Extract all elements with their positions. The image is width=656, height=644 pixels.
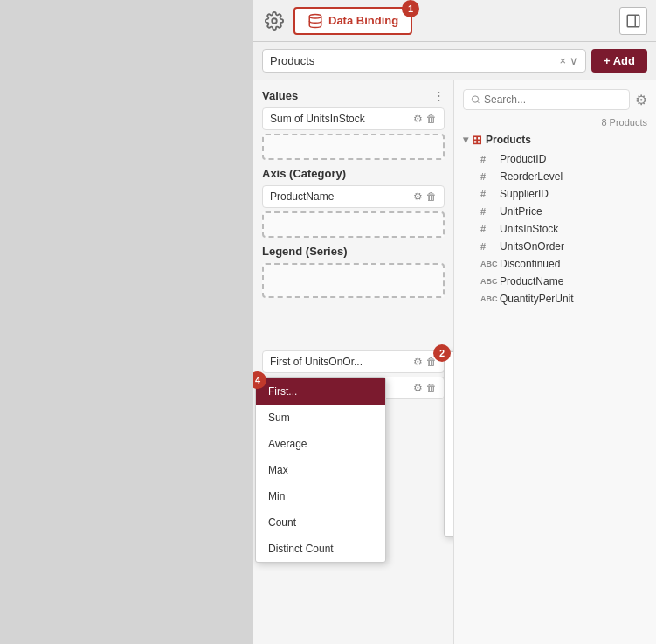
- values-field-label: Sum of UnitsInStock: [270, 113, 365, 125]
- binding-panel: Values ⋮ Sum of UnitsInStock ⚙ 🗑 Axis (C…: [253, 80, 454, 644]
- tree-field-item[interactable]: #UnitsInStock: [463, 220, 647, 238]
- legend-field1-icons: ⚙ 🗑: [413, 356, 437, 368]
- field-type-icon: #: [480, 206, 494, 217]
- tree-field-item[interactable]: #ProductID: [463, 150, 647, 168]
- agg-sum-label: Sum: [268, 412, 290, 424]
- agg-first-label: First...: [268, 385, 297, 398]
- badge-2: 2: [433, 344, 451, 362]
- tree-field-item[interactable]: #SupplierID: [463, 185, 647, 203]
- field-name: QuantityPerUnit: [500, 293, 574, 305]
- context-menu-data-format[interactable]: Data Format...: [445, 378, 454, 405]
- field-name: UnitsOnOrder: [500, 240, 564, 253]
- agg-item-count[interactable]: Count: [256, 509, 385, 536]
- dataset-name: Products: [270, 54, 314, 67]
- field-name: Discontinued: [500, 258, 560, 270]
- settings-icon[interactable]: [262, 9, 287, 33]
- values-title: Values: [262, 89, 298, 102]
- context-menu-filter[interactable]: Filter...: [445, 431, 454, 457]
- tree-field-item[interactable]: #ReorderLevel: [463, 168, 647, 185]
- agg-max-label: Max: [268, 464, 288, 476]
- svg-point-1: [309, 14, 321, 18]
- axis-delete-icon[interactable]: 🗑: [426, 190, 437, 203]
- legend-field1-label: First of UnitsOnOr...: [270, 356, 363, 368]
- clear-icon[interactable]: ×: [559, 54, 566, 67]
- field-name: ProductID: [500, 153, 546, 165]
- fields-gear-icon[interactable]: ⚙: [635, 92, 647, 108]
- values-section-header: Values ⋮: [262, 89, 445, 102]
- legend-title: Legend (Series): [262, 245, 348, 258]
- legend-field2-gear-icon[interactable]: ⚙: [413, 382, 423, 394]
- field-type-icon: #: [480, 154, 494, 164]
- dataset-selector[interactable]: Products × ∨: [262, 49, 586, 73]
- search-input[interactable]: [484, 93, 622, 106]
- legend-field2-icons: ⚙ 🗑: [413, 382, 437, 394]
- legend-drop-zone-top[interactable]: [262, 263, 445, 298]
- field-name: UnitPrice: [500, 205, 542, 218]
- agg-item-average[interactable]: Average: [256, 431, 385, 457]
- field-name: ProductName: [500, 275, 563, 287]
- field-type-icon: #: [480, 224, 494, 234]
- tree-field-item[interactable]: #UnitsOnOrder: [463, 238, 647, 255]
- axis-drop-zone[interactable]: [262, 211, 445, 238]
- field-type-icon: #: [480, 241, 494, 252]
- context-menu-locate[interactable]: Locate: [445, 509, 454, 536]
- legend-field2-delete-icon[interactable]: 🗑: [426, 382, 437, 394]
- field-type-icon: ABC: [480, 260, 494, 268]
- agg-item-sum[interactable]: Sum: [256, 405, 385, 431]
- field-name: ReorderLevel: [500, 170, 563, 183]
- svg-rect-2: [627, 15, 639, 27]
- axis-title: Axis (Category): [262, 167, 346, 180]
- context-menu-display-unit[interactable]: Display Unit ›: [445, 405, 454, 431]
- svg-line-5: [478, 101, 480, 103]
- products-table-name: Products: [486, 134, 531, 146]
- axis-section-header: Axis (Category): [262, 167, 445, 180]
- dataset-row: Products × ∨ + Add: [253, 42, 656, 80]
- field-type-icon: ABC: [480, 277, 494, 286]
- tree-field-item[interactable]: ABCQuantityPerUnit: [463, 290, 647, 308]
- field-type-icon: #: [480, 171, 494, 182]
- agg-item-first[interactable]: First... 4: [256, 378, 385, 405]
- chevron-down-icon[interactable]: ∨: [570, 54, 578, 67]
- field-name: UnitsInStock: [500, 223, 558, 235]
- field-type-icon: ABC: [480, 294, 494, 303]
- values-menu-icon[interactable]: ⋮: [433, 89, 445, 102]
- add-button[interactable]: + Add: [591, 49, 647, 73]
- axis-gear-icon[interactable]: ⚙: [413, 190, 423, 203]
- context-menu-remove[interactable]: Remove: [445, 483, 454, 509]
- data-binding-tab[interactable]: Data Binding 1: [293, 7, 412, 35]
- toolbar-left: Data Binding 1: [262, 7, 412, 35]
- products-tree-label[interactable]: ▾ ⊞ Products: [463, 133, 647, 147]
- aggregation-submenu: First... 4 Sum Average Max Min: [255, 377, 386, 563]
- search-box[interactable]: [463, 89, 630, 110]
- values-delete-icon[interactable]: 🗑: [426, 113, 437, 125]
- values-drop-zone[interactable]: [262, 134, 445, 160]
- right-area: Data Binding 1 Products × ∨ + Add: [253, 0, 656, 644]
- agg-item-min[interactable]: Min: [256, 483, 385, 509]
- agg-item-max[interactable]: Max: [256, 457, 385, 483]
- agg-item-distinct-count[interactable]: Distinct Count: [256, 536, 385, 562]
- context-menu-rename[interactable]: Rename...: [445, 457, 454, 483]
- axis-field-label: ProductName: [270, 190, 334, 203]
- products-count: 8 Products: [601, 117, 647, 128]
- svg-point-4: [472, 96, 478, 102]
- tree-field-item[interactable]: ABCProductName: [463, 273, 647, 290]
- top-toolbar: Data Binding 1: [253, 0, 656, 42]
- agg-distinct-count-label: Distinct Count: [268, 543, 334, 555]
- axis-field-icons: ⚙ 🗑: [413, 190, 437, 203]
- svg-point-0: [272, 18, 277, 24]
- values-gear-icon[interactable]: ⚙: [413, 113, 423, 125]
- agg-count-label: Count: [268, 516, 296, 529]
- tree-field-item[interactable]: ABCDiscontinued: [463, 255, 647, 273]
- badge-1: 1: [402, 0, 419, 17]
- sidebar-toggle-button[interactable]: [619, 7, 647, 35]
- axis-field-chip[interactable]: ProductName ⚙ 🗑: [262, 185, 445, 208]
- agg-min-label: Min: [268, 490, 285, 502]
- agg-average-label: Average: [268, 438, 307, 450]
- values-field-chip[interactable]: Sum of UnitsInStock ⚙ 🗑: [262, 107, 445, 130]
- legend-field1-chip[interactable]: First of UnitsOnOr... ⚙ 🗑 2: [262, 350, 445, 373]
- search-icon: [471, 94, 480, 105]
- field-type-icon: #: [480, 189, 494, 199]
- tree-field-item[interactable]: #UnitPrice: [463, 203, 647, 220]
- search-row: ⚙: [463, 89, 647, 110]
- legend-field1-gear-icon[interactable]: ⚙: [413, 356, 423, 368]
